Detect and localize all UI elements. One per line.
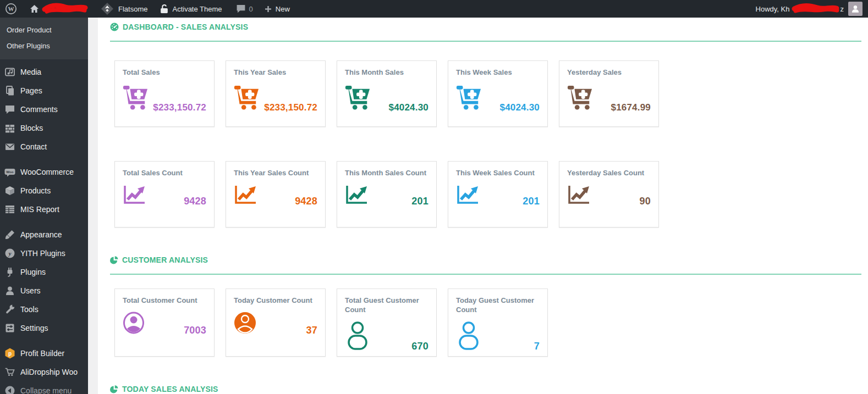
sidebar-item-users[interactable]: Users [0, 281, 88, 300]
settings-icon [4, 323, 15, 334]
chart-line-icon [345, 184, 368, 207]
sidebar-item-products[interactable]: Products [0, 181, 88, 200]
stat-card-value: $233,150.72 [153, 102, 206, 113]
comments-admin-bar-button[interactable]: 0 [227, 0, 258, 18]
stat-card-title: This Year Sales Count [234, 168, 317, 177]
pie-chart-icon [110, 385, 118, 393]
alidropship-icon [4, 367, 15, 378]
sidebar-item-label: Media [20, 68, 41, 76]
section-title: CUSTOMER ANALYSIS [110, 255, 868, 265]
stat-card-title: This Month Sales [345, 68, 428, 77]
customer-cards-row: Total Customer Count7003Today Customer C… [110, 288, 868, 357]
media-icon [4, 66, 15, 77]
sidebar-item-label: Comments [20, 105, 58, 114]
cart-plus-icon [456, 84, 481, 113]
chart-line-icon [456, 184, 479, 207]
stat-card-value: 9428 [295, 196, 317, 207]
stat-card-total-sales-count: Total Sales Count9428 [114, 161, 215, 227]
stat-card-value: $4024.30 [499, 102, 540, 113]
new-content-button[interactable]: New [258, 0, 295, 18]
sales-cards-row: Total Sales$233,150.72This Year Sales$23… [110, 60, 868, 127]
stat-card-value: 90 [640, 196, 651, 207]
section-title: TODAY SALES ANALYSIS [110, 384, 868, 394]
tools-icon [4, 304, 15, 315]
sidebar-open-submenu: Order ProductOther Plugins [0, 18, 88, 59]
dashboard-content: DASHBOARD - SALES ANALYSISTotal Sales$23… [98, 18, 868, 394]
wordpress-logo-icon: W [5, 3, 17, 15]
profit-builder-icon: p [4, 348, 15, 359]
count-cards-row: Total Sales Count9428This Year Sales Cou… [110, 161, 868, 227]
svg-text:p: p [8, 351, 12, 357]
sidebar-item-label: AliDropship Woo [20, 368, 78, 376]
wordpress-menu-button[interactable]: W [0, 0, 22, 18]
stat-card-this-year-sales-count: This Year Sales Count9428 [226, 161, 326, 227]
stat-card-yesterday-sales-count: Yesterday Sales Count90 [559, 161, 659, 227]
sidebar-item-comments[interactable]: Comments [0, 100, 88, 119]
stat-card-this-year-sales: This Year Sales$233,150.72 [226, 60, 326, 127]
stat-card-total-customer-count: Total Customer Count7003 [114, 288, 215, 357]
new-label: New [276, 5, 290, 13]
user-circle-icon [123, 312, 145, 336]
sidebar-item-profit-builder[interactable]: pProfit Builder [0, 344, 88, 363]
comments-count: 0 [249, 5, 253, 13]
sidebar-item-media[interactable]: Media [0, 63, 88, 81]
howdy-suffix: z [840, 5, 844, 13]
submenu-item-other-plugins[interactable]: Other Plugins [0, 38, 88, 54]
sidebar-item-mis-report[interactable]: MIS Report [0, 200, 88, 219]
unlock-icon [160, 4, 168, 14]
appearance-icon [4, 229, 15, 240]
activate-theme-button[interactable]: Activate Theme [152, 0, 227, 18]
flatsome-menu-item[interactable]: Flatsome [94, 0, 152, 18]
stat-card-value: 9428 [184, 196, 206, 207]
admin-sidebar: Order ProductOther Plugins MediaPagesCom… [0, 18, 88, 394]
howdy-account-menu[interactable]: Howdy, Kh z [751, 0, 864, 18]
user-circle-solid-icon [234, 312, 256, 336]
sidebar-item-label: Contact [20, 142, 47, 151]
sidebar-item-plugins[interactable]: Plugins [0, 263, 88, 281]
cart-plus-icon [345, 84, 370, 113]
sidebar-item-pages[interactable]: Pages [0, 81, 88, 100]
sidebar-item-collapse-menu[interactable]: Collapse menu [0, 381, 88, 394]
users-icon [4, 285, 15, 296]
site-name-link[interactable] [22, 0, 94, 18]
submenu-item-order-product[interactable]: Order Product [0, 22, 88, 38]
section-divider [110, 274, 861, 275]
blocks-icon [4, 123, 15, 134]
sidebar-item-label: Plugins [20, 268, 46, 276]
section-title-text: DASHBOARD - SALES ANALYSIS [123, 22, 248, 32]
user-avatar [848, 2, 862, 16]
sidebar-item-label: Tools [20, 305, 39, 314]
sidebar-separator [0, 219, 88, 225]
stat-card-value: $4024.30 [388, 102, 428, 113]
admin-bar-left: W Flatsome [0, 0, 295, 18]
sidebar-item-alidropship-woo[interactable]: AliDropship Woo [0, 363, 88, 381]
stat-card-value: $1674.99 [611, 102, 651, 113]
sidebar-item-label: Profit Builder [20, 349, 64, 358]
stat-card-title: This Year Sales [234, 68, 317, 77]
stat-card-title: This Week Sales [456, 68, 540, 77]
sidebar-item-contact[interactable]: Contact [0, 137, 88, 156]
stat-card-title: Total Sales Count [123, 168, 206, 177]
yith-icon: y [4, 248, 15, 259]
svg-text:y: y [8, 251, 12, 257]
sidebar-item-settings[interactable]: Settings [0, 319, 88, 337]
sidebar-item-tools[interactable]: Tools [0, 300, 88, 319]
redaction-scribble-site-name [41, 2, 89, 15]
sidebar-item-label: Pages [20, 86, 42, 95]
flatsome-logo-icon [100, 2, 114, 16]
sidebar-item-yith-plugins[interactable]: yYITH Plugins [0, 244, 88, 263]
sidebar-item-appearance[interactable]: Appearance [0, 225, 88, 244]
comment-bubble-icon [236, 4, 246, 13]
stat-card-this-week-sales: This Week Sales$4024.30 [448, 60, 548, 127]
flatsome-label: Flatsome [118, 5, 147, 13]
collapse-icon [4, 385, 15, 394]
stat-card-value: 201 [411, 196, 428, 207]
sidebar-item-blocks[interactable]: Blocks [0, 119, 88, 137]
stat-card-title: Yesterday Sales [567, 68, 651, 77]
section-divider [110, 41, 861, 42]
stat-card-today-customer-count: Today Customer Count37 [226, 288, 326, 357]
stat-card-yesterday-sales: Yesterday Sales$1674.99 [559, 60, 659, 127]
sidebar-item-woocommerce[interactable]: WooWooCommerce [0, 163, 88, 181]
chart-line-icon [234, 184, 257, 207]
woocommerce-icon: Woo [4, 167, 15, 177]
